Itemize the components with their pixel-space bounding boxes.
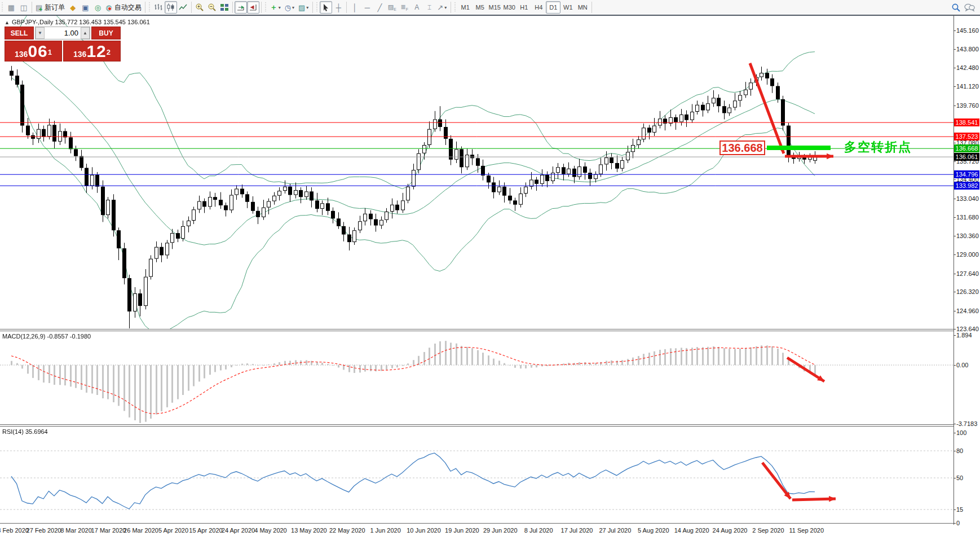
- candlestick-chart-icon[interactable]: [165, 1, 177, 14]
- axis-tick: 100: [956, 429, 966, 436]
- buy-price-button[interactable]: 136122: [63, 41, 121, 61]
- market-watch-icon[interactable]: ◆: [67, 1, 79, 14]
- date-label: 17 Jul 2020: [561, 527, 593, 534]
- axis-tick: 126.320: [956, 288, 979, 295]
- tile-windows-icon[interactable]: [218, 1, 231, 14]
- periods-icon[interactable]: ◷▾: [283, 1, 297, 14]
- price-line-badge-136.668: 136.668: [954, 144, 979, 152]
- auto-trading-icon: ◍: [105, 3, 112, 12]
- crosshair-icon[interactable]: ┼: [332, 1, 345, 14]
- axis-tick: 1.894: [956, 332, 972, 339]
- sell-price-button[interactable]: 136061: [5, 41, 62, 61]
- one-click-trading-panel: SELL ▼ ▲ BUY 136061 136122: [5, 27, 121, 61]
- horizontal-line-icon[interactable]: ─: [361, 1, 373, 14]
- volume-increase-button[interactable]: ▲: [81, 27, 90, 39]
- cursor-icon[interactable]: [320, 1, 332, 14]
- timeframe-h4[interactable]: H4: [531, 1, 546, 14]
- timeframe-m1[interactable]: M1: [458, 1, 473, 14]
- sell-button[interactable]: SELL: [5, 27, 34, 39]
- date-label: 1 Jun 2020: [370, 527, 400, 534]
- trendline-icon[interactable]: ╱: [373, 1, 386, 14]
- text-label-icon[interactable]: ⌶: [423, 1, 435, 14]
- auto-trading-button[interactable]: ◍ 自动交易: [104, 1, 143, 14]
- date-label: 18 Feb 2020: [0, 527, 29, 534]
- fibonacci-icon[interactable]: ≣F: [398, 1, 410, 14]
- vertical-line-icon[interactable]: │: [348, 1, 361, 14]
- navigator-icon[interactable]: ◎: [91, 1, 104, 14]
- axis-tick: -3.7183: [956, 420, 977, 427]
- new-order-button[interactable]: ▤+ 新订单: [34, 1, 67, 14]
- macd-pane[interactable]: [0, 331, 953, 424]
- axis-tick: 133.040: [956, 195, 979, 202]
- buy-button[interactable]: BUY: [91, 27, 121, 39]
- axis-tick: 50: [956, 475, 963, 481]
- text-icon[interactable]: A: [410, 1, 423, 14]
- axis-tick: 129.000: [956, 251, 979, 258]
- date-label: 29 Jun 2020: [483, 527, 518, 534]
- axis-tick: 80: [956, 447, 963, 454]
- timeframe-group: M1M5M15M30H1H4D1W1MN: [458, 1, 590, 14]
- date-label: 5 Aug 2020: [638, 527, 669, 534]
- new-order-icon: ▤+: [36, 3, 42, 12]
- axis-tick: 131.680: [956, 214, 979, 221]
- timeframe-m30[interactable]: M30: [502, 1, 517, 14]
- pivot-annotation-text[interactable]: 多空转折点: [844, 139, 912, 156]
- axis-tick: 143.800: [956, 46, 979, 52]
- volume-stepper: ▼ ▲: [35, 27, 90, 39]
- collapse-arrow-icon[interactable]: ▲: [5, 20, 10, 25]
- profiles-icon[interactable]: ◫: [17, 1, 30, 14]
- auto-scroll-icon[interactable]: [235, 1, 247, 14]
- macd-values: -0.8557 -0.1980: [47, 333, 91, 340]
- axis-tick: 127.640: [956, 270, 979, 277]
- green-highlight-bar[interactable]: [767, 146, 831, 150]
- axis-tick: 15: [956, 506, 963, 513]
- date-label: 13 May 2020: [291, 527, 327, 534]
- timeframe-m15[interactable]: M15: [487, 1, 502, 14]
- axis-tick: 0: [956, 520, 960, 526]
- indicators-icon[interactable]: ＋▾: [268, 1, 283, 14]
- date-label: 24 Aug 2020: [713, 527, 748, 534]
- date-label: 8 Mar 2020: [60, 527, 92, 534]
- rsi-value: 35.6964: [25, 428, 48, 435]
- main-chart-pane[interactable]: [0, 16, 953, 329]
- channel-icon[interactable]: ▨E: [386, 1, 398, 14]
- axis-tick: 0.00: [956, 362, 968, 368]
- toolbar-grip[interactable]: [1, 2, 4, 12]
- rsi-label: RSI(14) 35.6964: [2, 428, 48, 435]
- timeframe-d1[interactable]: D1: [546, 1, 560, 14]
- macd-label: MACD(12,26,9) -0.8557 -0.1980: [2, 333, 91, 340]
- chart-shift-icon[interactable]: [247, 1, 259, 14]
- search-icon[interactable]: [950, 1, 963, 14]
- date-label: 2 Sep 2020: [752, 527, 784, 534]
- price-line-badge-134.796: 134.796: [954, 170, 979, 178]
- timeframe-w1[interactable]: W1: [560, 1, 575, 14]
- data-window-icon[interactable]: ▣: [79, 1, 91, 14]
- date-label: 27 Jul 2020: [599, 527, 631, 534]
- axis-tick: 139.760: [956, 102, 979, 109]
- zoom-out-icon[interactable]: [206, 1, 218, 14]
- timeframe-m5[interactable]: M5: [473, 1, 487, 14]
- price-level-callout[interactable]: 136.668: [719, 140, 765, 155]
- price-line-badge-136.061: 136.061: [954, 153, 979, 161]
- date-label: 15 Apr 2020: [189, 527, 222, 534]
- timeframe-h1[interactable]: H1: [517, 1, 531, 14]
- bar-chart-icon[interactable]: [152, 1, 165, 14]
- timeframe-mn[interactable]: MN: [575, 1, 590, 14]
- date-label: 26 Mar 2020: [123, 527, 158, 534]
- axis-tick: 130.360: [956, 232, 979, 239]
- date-label: 11 Sep 2020: [789, 527, 824, 534]
- templates-icon[interactable]: ▨▾: [297, 1, 311, 14]
- chart-window-icon[interactable]: ▦: [5, 1, 17, 14]
- volume-input[interactable]: [45, 27, 81, 39]
- axis-tick: 141.120: [956, 83, 979, 90]
- toolbar: ▦ ◫ ▤+ 新订单 ◆ ▣ ◎ ◍ 自动交易: [0, 0, 980, 16]
- arrows-icon[interactable]: ↗▾: [435, 1, 449, 14]
- rsi-pane[interactable]: [0, 427, 953, 523]
- volume-decrease-button[interactable]: ▼: [36, 27, 45, 39]
- line-chart-icon[interactable]: [177, 1, 189, 14]
- zoom-in-icon[interactable]: [193, 1, 206, 14]
- chat-icon[interactable]: [963, 1, 977, 14]
- date-label: 24 Apr 2020: [222, 527, 255, 534]
- date-label: 17 Mar 2020: [91, 527, 126, 534]
- date-label: 5 Apr 2020: [158, 527, 188, 534]
